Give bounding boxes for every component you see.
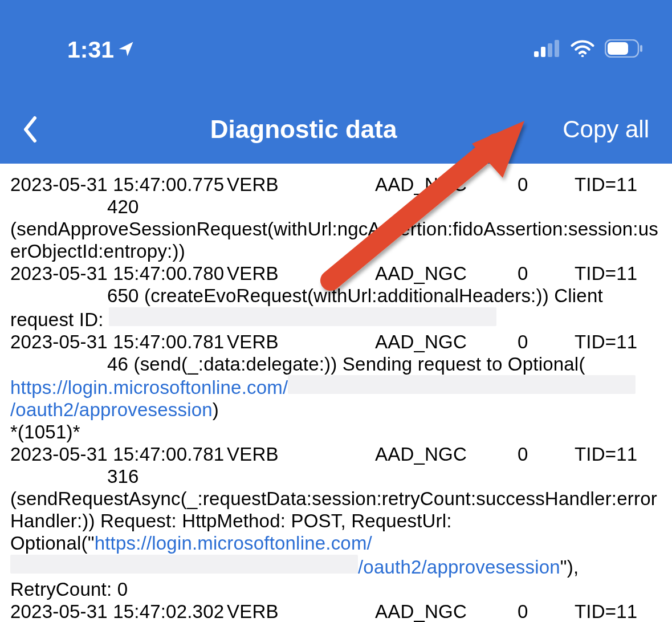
cellular-icon [534,40,560,59]
svg-rect-6 [608,42,628,55]
log-line2: 650 (createEvoRequest(withUrl:additional… [10,285,662,307]
log-ts: 2023-05-31 15:47:00.775 [10,174,227,196]
log-entry: 2023-05-31 15:47:00.781 VERB AAD_NGC 0 T… [10,444,662,601]
log-level: VERB [227,601,375,622]
svg-rect-2 [548,43,552,57]
log-code: 0 [518,601,575,622]
page-title: Diagnostic data [44,115,563,144]
log-level: VERB [227,444,375,466]
battery-icon [605,39,644,60]
svg-rect-7 [640,45,642,52]
log-tag: AAD_NGC [375,263,518,285]
log-tag: AAD_NGC [375,444,518,466]
log-level: VERB [227,263,375,285]
svg-rect-3 [555,40,559,57]
log-tag: AAD_NGC [375,601,518,622]
log-link[interactable]: /oauth2/approvesession [358,556,560,578]
copy-all-button[interactable]: Copy all [563,116,649,143]
status-time-text: 1:31 [67,36,114,63]
status-bar: 1:31 [0,35,672,64]
redacted [288,375,636,394]
svg-point-4 [581,55,584,57]
log-entry: 2023-05-31 15:47:00.781 VERB AAD_NGC 0 T… [10,331,662,444]
back-button[interactable] [16,112,44,147]
log-tid: TID=11 [575,263,662,285]
log-body: (sendApproveSessionRequest(withUrl:ngcAs… [10,218,662,263]
log-link[interactable]: /oauth2/approvesession [10,399,213,420]
log-entry: 2023-05-31 15:47:02.302 VERB AAD_NGC 0 T… [10,601,662,622]
log-ts: 2023-05-31 15:47:00.780 [10,263,227,285]
log-tag: AAD_NGC [375,331,518,353]
wifi-icon [571,40,594,59]
log-ts: 2023-05-31 15:47:00.781 [10,444,227,466]
log-code: 0 [518,174,575,196]
log-tag: AAD_NGC [375,174,518,196]
log-ts: 2023-05-31 15:47:02.302 [10,601,227,622]
log-entry: 2023-05-31 15:47:00.780 VERB AAD_NGC 0 T… [10,263,662,331]
log-ts: 2023-05-31 15:47:00.781 [10,331,227,353]
svg-rect-0 [534,51,539,57]
nav-bar: Diagnostic data Copy all [0,112,672,147]
app-header: 1:31 [0,0,672,164]
log-tid: TID=11 [575,331,662,353]
log-level: VERB [227,174,375,196]
log-body: 46 (send(_:data:delegate:)) Sending requ… [10,353,662,422]
log-code: 0 [518,263,575,285]
log-tid: TID=11 [575,444,662,466]
redacted [109,307,496,326]
log-line2: 316 [10,466,662,488]
log-link[interactable]: https://login.microsoftonline.com/ [10,377,288,398]
log-tid: TID=11 [575,601,662,622]
log-code: 0 [518,444,575,466]
log-body: request ID: [10,307,662,331]
log-extra: *(1051)* [10,421,662,444]
log-code: 0 [518,331,575,353]
log-line2: 420 [10,196,662,218]
redacted [10,555,358,574]
status-right [534,39,644,60]
status-time: 1:31 [67,36,135,63]
log-link[interactable]: https://login.microsoftonline.com/ [95,532,372,554]
log-body: (sendRequestAsync(_:requestData:session:… [10,488,662,601]
chevron-left-icon [22,116,38,143]
location-icon [117,36,135,63]
log-content[interactable]: 2023-05-31 15:47:00.775 VERB AAD_NGC 0 T… [0,164,672,622]
log-tid: TID=11 [575,174,662,196]
log-entry: 2023-05-31 15:47:00.775 VERB AAD_NGC 0 T… [10,174,662,263]
svg-rect-1 [541,47,545,57]
log-level: VERB [227,331,375,353]
